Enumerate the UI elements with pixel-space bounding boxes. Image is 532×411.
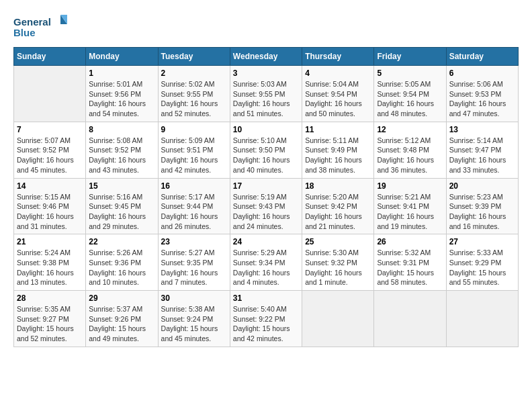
day-number: 29	[89, 293, 154, 303]
day-info: Sunrise: 5:05 AM Sunset: 9:54 PM Dayligh…	[377, 79, 443, 119]
day-number: 26	[377, 237, 443, 246]
day-info: Sunrise: 5:02 AM Sunset: 9:55 PM Dayligh…	[161, 79, 227, 119]
calendar-cell: 2Sunrise: 5:02 AM Sunset: 9:55 PM Daylig…	[158, 66, 230, 122]
calendar-week-1: 1Sunrise: 5:01 AM Sunset: 9:56 PM Daylig…	[14, 66, 519, 122]
calendar-cell: 14Sunrise: 5:15 AM Sunset: 9:46 PM Dayli…	[14, 178, 86, 234]
calendar-cell: 27Sunrise: 5:33 AM Sunset: 9:29 PM Dayli…	[446, 234, 518, 291]
day-number: 19	[377, 181, 443, 191]
calendar-week-5: 28Sunrise: 5:35 AM Sunset: 9:27 PM Dayli…	[14, 291, 519, 347]
day-number: 10	[233, 125, 299, 134]
day-number: 22	[89, 237, 154, 246]
day-info: Sunrise: 5:09 AM Sunset: 9:51 PM Dayligh…	[161, 136, 227, 175]
calendar-cell: 26Sunrise: 5:32 AM Sunset: 9:31 PM Dayli…	[374, 234, 446, 291]
day-info: Sunrise: 5:40 AM Sunset: 9:22 PM Dayligh…	[233, 304, 299, 344]
calendar-cell: 7Sunrise: 5:07 AM Sunset: 9:52 PM Daylig…	[14, 122, 86, 178]
day-info: Sunrise: 5:16 AM Sunset: 9:45 PM Dayligh…	[89, 192, 154, 232]
calendar-cell: 12Sunrise: 5:12 AM Sunset: 9:48 PM Dayli…	[374, 122, 446, 178]
day-number: 6	[449, 68, 515, 78]
day-number: 20	[449, 181, 515, 191]
calendar-cell: 15Sunrise: 5:16 AM Sunset: 9:45 PM Dayli…	[86, 178, 158, 234]
calendar-cell: 1Sunrise: 5:01 AM Sunset: 9:56 PM Daylig…	[86, 66, 158, 122]
calendar-table: SundayMondayTuesdayWednesdayThursdayFrid…	[13, 47, 519, 347]
calendar-week-2: 7Sunrise: 5:07 AM Sunset: 9:52 PM Daylig…	[14, 122, 519, 178]
day-info: Sunrise: 5:21 AM Sunset: 9:41 PM Dayligh…	[377, 192, 443, 232]
page-header: General Blue	[13, 13, 519, 40]
day-info: Sunrise: 5:04 AM Sunset: 9:54 PM Dayligh…	[305, 79, 371, 119]
calendar-cell: 4Sunrise: 5:04 AM Sunset: 9:54 PM Daylig…	[302, 66, 374, 122]
day-number: 11	[305, 125, 371, 134]
calendar-cell: 24Sunrise: 5:29 AM Sunset: 9:34 PM Dayli…	[230, 234, 302, 291]
weekday-header-monday: Monday	[86, 48, 158, 66]
day-number: 5	[377, 68, 443, 78]
weekday-header-row: SundayMondayTuesdayWednesdayThursdayFrid…	[14, 48, 519, 66]
day-info: Sunrise: 5:38 AM Sunset: 9:24 PM Dayligh…	[161, 304, 227, 344]
calendar-cell: 16Sunrise: 5:17 AM Sunset: 9:44 PM Dayli…	[158, 178, 230, 234]
weekday-header-wednesday: Wednesday	[230, 48, 302, 66]
calendar-cell: 17Sunrise: 5:19 AM Sunset: 9:43 PM Dayli…	[230, 178, 302, 234]
calendar-cell: 8Sunrise: 5:08 AM Sunset: 9:52 PM Daylig…	[86, 122, 158, 178]
calendar-week-4: 21Sunrise: 5:24 AM Sunset: 9:38 PM Dayli…	[14, 234, 519, 291]
day-info: Sunrise: 5:14 AM Sunset: 9:47 PM Dayligh…	[449, 136, 515, 175]
day-number: 2	[161, 68, 227, 78]
calendar-cell: 31Sunrise: 5:40 AM Sunset: 9:22 PM Dayli…	[230, 291, 302, 347]
day-info: Sunrise: 5:03 AM Sunset: 9:55 PM Dayligh…	[233, 79, 299, 119]
day-info: Sunrise: 5:29 AM Sunset: 9:34 PM Dayligh…	[233, 248, 299, 287]
day-info: Sunrise: 5:27 AM Sunset: 9:35 PM Dayligh…	[161, 248, 227, 287]
calendar-cell: 9Sunrise: 5:09 AM Sunset: 9:51 PM Daylig…	[158, 122, 230, 178]
weekday-header-saturday: Saturday	[446, 48, 518, 66]
day-number: 8	[89, 125, 154, 134]
day-number: 17	[233, 181, 299, 191]
day-number: 31	[233, 293, 299, 303]
day-info: Sunrise: 5:19 AM Sunset: 9:43 PM Dayligh…	[233, 192, 299, 232]
calendar-cell	[14, 66, 86, 122]
day-info: Sunrise: 5:17 AM Sunset: 9:44 PM Dayligh…	[161, 192, 227, 232]
day-info: Sunrise: 5:24 AM Sunset: 9:38 PM Dayligh…	[17, 248, 83, 287]
day-info: Sunrise: 5:30 AM Sunset: 9:32 PM Dayligh…	[305, 248, 371, 287]
calendar-cell: 13Sunrise: 5:14 AM Sunset: 9:47 PM Dayli…	[446, 122, 518, 178]
day-number: 23	[161, 237, 227, 246]
day-info: Sunrise: 5:06 AM Sunset: 9:53 PM Dayligh…	[449, 79, 515, 119]
day-info: Sunrise: 5:32 AM Sunset: 9:31 PM Dayligh…	[377, 248, 443, 287]
day-info: Sunrise: 5:15 AM Sunset: 9:46 PM Dayligh…	[17, 192, 83, 232]
day-number: 13	[449, 125, 515, 134]
day-info: Sunrise: 5:01 AM Sunset: 9:56 PM Dayligh…	[89, 79, 154, 119]
day-number: 7	[17, 125, 83, 134]
weekday-header-sunday: Sunday	[14, 48, 86, 66]
day-info: Sunrise: 5:11 AM Sunset: 9:49 PM Dayligh…	[305, 136, 371, 175]
day-info: Sunrise: 5:07 AM Sunset: 9:52 PM Dayligh…	[17, 136, 83, 175]
day-number: 21	[17, 237, 83, 246]
calendar-cell: 20Sunrise: 5:23 AM Sunset: 9:39 PM Dayli…	[446, 178, 518, 234]
calendar-cell: 18Sunrise: 5:20 AM Sunset: 9:42 PM Dayli…	[302, 178, 374, 234]
calendar-cell: 23Sunrise: 5:27 AM Sunset: 9:35 PM Dayli…	[158, 234, 230, 291]
day-info: Sunrise: 5:12 AM Sunset: 9:48 PM Dayligh…	[377, 136, 443, 175]
calendar-cell: 10Sunrise: 5:10 AM Sunset: 9:50 PM Dayli…	[230, 122, 302, 178]
calendar-cell: 21Sunrise: 5:24 AM Sunset: 9:38 PM Dayli…	[14, 234, 86, 291]
calendar-cell	[446, 291, 518, 347]
calendar-cell: 6Sunrise: 5:06 AM Sunset: 9:53 PM Daylig…	[446, 66, 518, 122]
calendar-cell: 30Sunrise: 5:38 AM Sunset: 9:24 PM Dayli…	[158, 291, 230, 347]
weekday-header-tuesday: Tuesday	[158, 48, 230, 66]
day-number: 14	[17, 181, 83, 191]
calendar-cell: 28Sunrise: 5:35 AM Sunset: 9:27 PM Dayli…	[14, 291, 86, 347]
day-info: Sunrise: 5:08 AM Sunset: 9:52 PM Dayligh…	[89, 136, 154, 175]
svg-text:General: General	[13, 16, 51, 28]
calendar-week-3: 14Sunrise: 5:15 AM Sunset: 9:46 PM Dayli…	[14, 178, 519, 234]
day-number: 16	[161, 181, 227, 191]
logo: General Blue	[13, 13, 67, 40]
day-number: 1	[89, 68, 154, 78]
day-number: 12	[377, 125, 443, 134]
day-number: 30	[161, 293, 227, 303]
day-info: Sunrise: 5:20 AM Sunset: 9:42 PM Dayligh…	[305, 192, 371, 232]
day-number: 18	[305, 181, 371, 191]
calendar-cell: 5Sunrise: 5:05 AM Sunset: 9:54 PM Daylig…	[374, 66, 446, 122]
weekday-header-thursday: Thursday	[302, 48, 374, 66]
calendar-cell: 19Sunrise: 5:21 AM Sunset: 9:41 PM Dayli…	[374, 178, 446, 234]
day-info: Sunrise: 5:10 AM Sunset: 9:50 PM Dayligh…	[233, 136, 299, 175]
calendar-cell	[302, 291, 374, 347]
day-info: Sunrise: 5:26 AM Sunset: 9:36 PM Dayligh…	[89, 248, 154, 287]
day-number: 28	[17, 293, 83, 303]
day-number: 3	[233, 68, 299, 78]
day-number: 25	[305, 237, 371, 246]
calendar-cell: 22Sunrise: 5:26 AM Sunset: 9:36 PM Dayli…	[86, 234, 158, 291]
day-info: Sunrise: 5:35 AM Sunset: 9:27 PM Dayligh…	[17, 304, 83, 344]
